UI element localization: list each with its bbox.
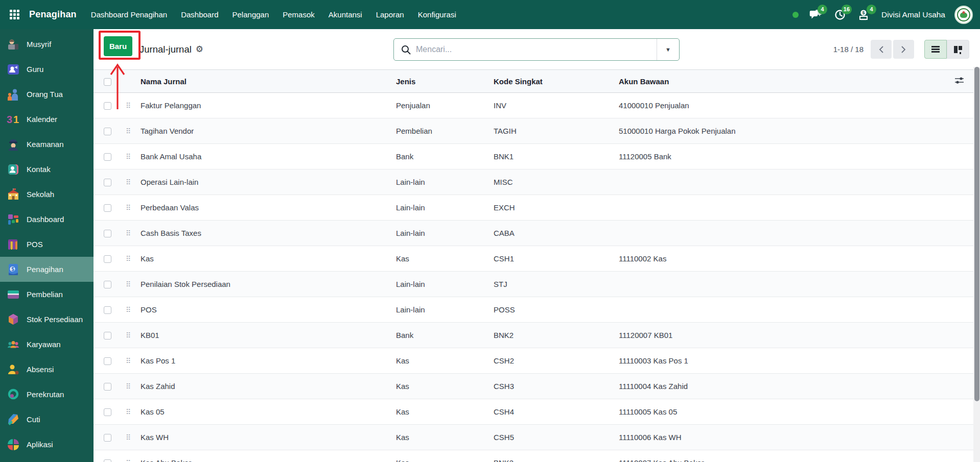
cell-jenis[interactable]: Lain-lain: [396, 297, 494, 323]
payments-button[interactable]: $ 4: [857, 7, 872, 22]
table-row[interactable]: ⠿ Faktur Pelanggan Penjualan INV 4100001…: [94, 93, 973, 118]
drag-handle-icon[interactable]: ⠿: [116, 153, 130, 161]
drag-handle-icon[interactable]: ⠿: [116, 382, 130, 391]
nav-item-dashboard[interactable]: Dashboard: [181, 10, 218, 19]
drag-handle-icon[interactable]: ⠿: [116, 255, 130, 263]
row-checkbox[interactable]: [104, 459, 111, 462]
cell-nama-jurnal[interactable]: Penilaian Stok Persediaan: [141, 272, 396, 297]
table-row[interactable]: ⠿ Kas WH Kas CSH5 11110006 Kas WH: [94, 425, 973, 450]
cell-akun-bawaan[interactable]: 11110003 Kas Pos 1: [619, 348, 945, 374]
cell-akun-bawaan[interactable]: 11110002 Kas: [619, 246, 945, 272]
cell-jenis[interactable]: Kas: [396, 450, 494, 462]
row-checkbox[interactable]: [104, 357, 111, 365]
sidebar-item-keamanan[interactable]: Keamanan: [0, 132, 94, 157]
sidebar-item-perekrutan[interactable]: Perekrutan: [0, 382, 94, 407]
cell-jenis[interactable]: Kas: [396, 399, 494, 425]
sidebar-item-dashboard[interactable]: Dashboard: [0, 207, 94, 232]
sidebar-item-pos[interactable]: POS: [0, 232, 94, 257]
cell-kode-singkat[interactable]: CSH1: [494, 246, 619, 272]
vertical-scrollbar[interactable]: [973, 67, 980, 462]
cell-nama-jurnal[interactable]: POS: [141, 297, 396, 323]
cell-kode-singkat[interactable]: BNK1: [494, 144, 619, 169]
nav-item-laporan[interactable]: Laporan: [376, 10, 404, 19]
cell-kode-singkat[interactable]: EXCH: [494, 195, 619, 221]
column-header-jenis[interactable]: Jenis: [396, 70, 494, 93]
drag-handle-icon[interactable]: ⠿: [116, 204, 130, 212]
cell-nama-jurnal[interactable]: Kas 05: [141, 399, 396, 425]
row-checkbox[interactable]: [104, 102, 111, 110]
cell-nama-jurnal[interactable]: Cash Basis Taxes: [141, 221, 396, 246]
cell-kode-singkat[interactable]: CSH4: [494, 399, 619, 425]
sidebar-item-orang-tua[interactable]: Orang Tua: [0, 82, 94, 107]
drag-handle-icon[interactable]: ⠿: [116, 459, 130, 462]
drag-handle-icon[interactable]: ⠿: [116, 280, 130, 288]
activities-button[interactable]: 16: [832, 7, 848, 22]
nav-item-dashboard-penagihan[interactable]: Dashboard Penagihan: [91, 10, 167, 19]
cell-kode-singkat[interactable]: TAGIH: [494, 118, 619, 144]
row-checkbox[interactable]: [104, 332, 111, 339]
column-header-akun-bawaan[interactable]: Akun Bawaan: [619, 70, 945, 93]
drag-handle-icon[interactable]: ⠿: [116, 102, 130, 110]
cell-jenis[interactable]: Penjualan: [396, 93, 494, 118]
cell-akun-bawaan[interactable]: 51000010 Harga Pokok Penjualan: [619, 118, 945, 144]
cell-jenis[interactable]: Lain-lain: [396, 169, 494, 195]
cell-nama-jurnal[interactable]: Faktur Pelanggan: [141, 93, 396, 118]
cell-jenis[interactable]: Kas: [396, 246, 494, 272]
column-header-nama-jurnal[interactable]: Nama Jurnal: [141, 70, 396, 93]
row-checkbox[interactable]: [104, 306, 111, 314]
app-brand[interactable]: Penagihan: [29, 9, 77, 20]
sidebar-item-sekolah[interactable]: Sekolah: [0, 182, 94, 207]
pager-next-button[interactable]: [893, 40, 914, 59]
cell-nama-jurnal[interactable]: Kas: [141, 246, 396, 272]
table-row[interactable]: ⠿ Perbedaan Valas Lain-lain EXCH: [94, 195, 973, 221]
cell-jenis[interactable]: Bank: [396, 144, 494, 169]
select-all-checkbox[interactable]: [104, 78, 111, 86]
cell-jenis[interactable]: Kas: [396, 348, 494, 374]
table-row[interactable]: ⠿ Penilaian Stok Persediaan Lain-lain ST…: [94, 272, 973, 297]
gear-icon[interactable]: ⚙: [196, 44, 203, 55]
table-row[interactable]: ⠿ POS Lain-lain POSS: [94, 297, 973, 323]
drag-handle-icon[interactable]: ⠿: [116, 127, 130, 135]
row-checkbox[interactable]: [104, 179, 111, 186]
cell-akun-bawaan[interactable]: [619, 272, 945, 297]
cell-jenis[interactable]: Kas: [396, 374, 494, 399]
sidebar-item-aplikasi[interactable]: Aplikasi: [0, 432, 94, 457]
cell-jenis[interactable]: Lain-lain: [396, 221, 494, 246]
cell-nama-jurnal[interactable]: Tagihan Vendor: [141, 118, 396, 144]
nav-item-pemasok[interactable]: Pemasok: [283, 10, 315, 19]
cell-kode-singkat[interactable]: POSS: [494, 297, 619, 323]
nav-item-pelanggan[interactable]: Pelanggan: [232, 10, 269, 19]
cell-akun-bawaan[interactable]: [619, 221, 945, 246]
column-settings-icon[interactable]: [954, 76, 964, 85]
cell-kode-singkat[interactable]: CSH3: [494, 374, 619, 399]
drag-handle-icon[interactable]: ⠿: [116, 178, 130, 186]
apps-grid-icon[interactable]: [0, 0, 29, 29]
table-row[interactable]: ⠿ Cash Basis Taxes Lain-lain CABA: [94, 221, 973, 246]
search-input[interactable]: [416, 45, 657, 54]
table-row[interactable]: ⠿ Kas Pos 1 Kas CSH2 11110003 Kas Pos 1: [94, 348, 973, 374]
list-view-button[interactable]: [924, 40, 947, 59]
table-row[interactable]: ⠿ Kas 05 Kas CSH4 11110005 Kas 05: [94, 399, 973, 425]
cell-kode-singkat[interactable]: CABA: [494, 221, 619, 246]
cell-akun-bawaan[interactable]: 11110004 Kas Zahid: [619, 374, 945, 399]
scrollbar-thumb[interactable]: [974, 67, 979, 401]
cell-nama-jurnal[interactable]: Kas Abu Bakar: [141, 450, 396, 462]
cell-akun-bawaan[interactable]: [619, 297, 945, 323]
cell-kode-singkat[interactable]: BNK2: [494, 323, 619, 348]
nav-item-akuntansi[interactable]: Akuntansi: [329, 10, 362, 19]
user-avatar[interactable]: [954, 6, 973, 24]
cell-akun-bawaan[interactable]: 11120005 Bank: [619, 144, 945, 169]
row-checkbox[interactable]: [104, 408, 111, 416]
row-checkbox[interactable]: [104, 204, 111, 212]
sidebar-item-kontak[interactable]: Kontak: [0, 157, 94, 182]
search-dropdown-toggle[interactable]: ▼: [657, 39, 679, 60]
cell-kode-singkat[interactable]: STJ: [494, 272, 619, 297]
messages-button[interactable]: 4: [808, 7, 823, 22]
drag-handle-icon[interactable]: ⠿: [116, 433, 130, 442]
cell-nama-jurnal[interactable]: Kas Zahid: [141, 374, 396, 399]
sidebar-item-pembelian[interactable]: Pembelian: [0, 282, 94, 307]
cell-nama-jurnal[interactable]: Bank Amal Usaha: [141, 144, 396, 169]
cell-kode-singkat[interactable]: CSH2: [494, 348, 619, 374]
cell-kode-singkat[interactable]: MISC: [494, 169, 619, 195]
table-row[interactable]: ⠿ Tagihan Vendor Pembelian TAGIH 5100001…: [94, 118, 973, 144]
